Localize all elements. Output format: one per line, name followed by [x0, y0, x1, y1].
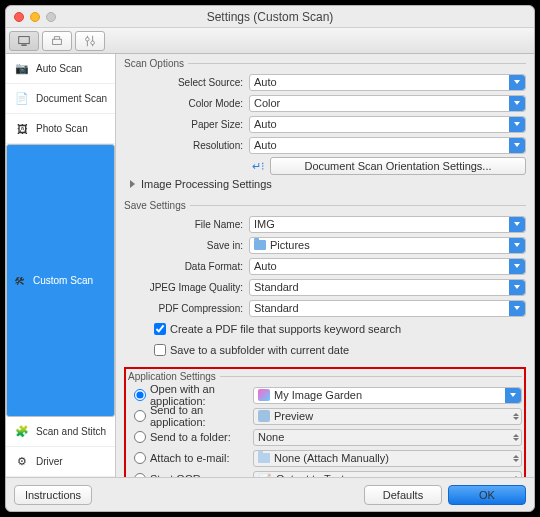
pdf-comp-value: Standard: [254, 302, 299, 314]
data-format-value: Auto: [254, 260, 277, 272]
application-settings-highlight: Application Settings Open with an applic…: [124, 367, 526, 477]
chevron-down-icon: [509, 75, 525, 90]
data-format-label: Data Format:: [124, 261, 249, 272]
chevron-down-icon: [509, 301, 525, 316]
paper-size-value: Auto: [254, 118, 277, 130]
sidebar-item-label: Custom Scan: [33, 275, 93, 286]
toolbar: [6, 28, 534, 54]
data-format-dropdown[interactable]: Auto: [249, 258, 526, 275]
sidebar-item-auto-scan[interactable]: 📷Auto Scan: [6, 54, 115, 84]
auto-scan-icon: 📷: [14, 63, 30, 75]
defaults-label: Defaults: [383, 489, 423, 501]
svg-rect-0: [19, 36, 30, 43]
defaults-button[interactable]: Defaults: [364, 485, 442, 505]
paper-size-label: Paper Size:: [124, 119, 249, 130]
chevron-down-icon: [509, 217, 525, 232]
ok-button[interactable]: OK: [448, 485, 526, 505]
tab-scan-from-computer[interactable]: [9, 31, 39, 51]
send-folder-label: Send to a folder:: [150, 431, 231, 443]
chevron-down-icon: [509, 117, 525, 132]
instructions-label: Instructions: [25, 489, 81, 501]
tab-general-settings[interactable]: [75, 31, 105, 51]
content-pane: Scan Options Select Source:Auto Color Mo…: [116, 54, 534, 477]
open-with-dropdown[interactable]: My Image Garden: [253, 387, 522, 404]
text-icon: 📝: [258, 473, 272, 478]
resolution-label: Resolution:: [124, 140, 249, 151]
sidebar-item-label: Document Scan: [36, 93, 107, 104]
send-app-radio[interactable]: [134, 410, 146, 422]
start-ocr-value: Output to Text: [276, 473, 344, 477]
disclosure-triangle-icon: [130, 180, 135, 188]
sidebar-item-document-scan[interactable]: 📄Document Scan: [6, 84, 115, 114]
send-folder-value: None: [258, 431, 284, 443]
open-with-radio[interactable]: [134, 389, 146, 401]
preview-icon: [258, 410, 270, 422]
svg-rect-1: [21, 44, 26, 45]
send-folder-dropdown: None: [253, 429, 522, 446]
pdf-comp-dropdown[interactable]: Standard: [249, 300, 526, 317]
sidebar-item-label: Scan and Stitch: [36, 426, 106, 437]
send-folder-radio[interactable]: [134, 431, 146, 443]
photo-scan-icon: 🖼: [14, 123, 30, 135]
attach-email-value: None (Attach Manually): [274, 452, 389, 464]
keyword-search-checkbox[interactable]: [154, 323, 166, 335]
send-app-value: Preview: [274, 410, 313, 422]
paper-size-dropdown[interactable]: Auto: [249, 116, 526, 133]
app-icon: [258, 389, 270, 401]
open-with-value: My Image Garden: [274, 389, 362, 401]
resolution-value: Auto: [254, 139, 277, 151]
save-in-value: Pictures: [270, 239, 310, 251]
attach-email-dropdown: None (Attach Manually): [253, 450, 522, 467]
image-processing-disclosure[interactable]: Image Processing Settings: [124, 178, 526, 190]
sidebar-item-custom-scan[interactable]: 🛠Custom Scan: [6, 144, 115, 417]
sidebar-item-label: Photo Scan: [36, 123, 88, 134]
chevron-down-icon: [509, 138, 525, 153]
jpeg-quality-dropdown[interactable]: Standard: [249, 279, 526, 296]
svg-point-5: [86, 37, 90, 41]
orientation-settings-button[interactable]: Document Scan Orientation Settings...: [270, 157, 526, 175]
reset-icon[interactable]: ↵⁝: [249, 157, 267, 175]
sidebar-item-label: Auto Scan: [36, 63, 82, 74]
color-mode-dropdown[interactable]: Color: [249, 95, 526, 112]
stepper-icon: [513, 476, 519, 478]
tab-scan-from-panel[interactable]: [42, 31, 72, 51]
folder-icon: [254, 240, 266, 250]
chevron-down-icon: [505, 388, 521, 403]
resolution-dropdown[interactable]: Auto: [249, 137, 526, 154]
driver-icon: ⚙: [14, 456, 30, 468]
subfolder-date-label: Save to a subfolder with current date: [170, 344, 349, 356]
jpeg-quality-label: JPEG Image Quality:: [124, 282, 249, 293]
sidebar-item-driver[interactable]: ⚙Driver: [6, 447, 115, 477]
scan-options-group: Scan Options Select Source:Auto Color Mo…: [124, 58, 526, 194]
start-ocr-dropdown: 📝Output to Text: [253, 471, 522, 478]
file-name-value: IMG: [254, 218, 275, 230]
select-source-label: Select Source:: [124, 77, 249, 88]
chevron-down-icon: [509, 259, 525, 274]
stepper-icon: [513, 413, 519, 420]
save-in-dropdown[interactable]: Pictures: [249, 237, 526, 254]
sidebar-item-scan-stitch[interactable]: 🧩Scan and Stitch: [6, 417, 115, 447]
select-source-dropdown[interactable]: Auto: [249, 74, 526, 91]
chevron-down-icon: [509, 96, 525, 111]
sidebar: 📷Auto Scan 📄Document Scan 🖼Photo Scan 🛠C…: [6, 54, 116, 477]
titlebar: Settings (Custom Scan): [6, 6, 534, 28]
settings-window: Settings (Custom Scan) 📷Auto Scan 📄Docum…: [5, 5, 535, 512]
attach-email-radio[interactable]: [134, 452, 146, 464]
sidebar-item-photo-scan[interactable]: 🖼Photo Scan: [6, 114, 115, 144]
subfolder-date-checkbox[interactable]: [154, 344, 166, 356]
keyword-search-label: Create a PDF file that supports keyword …: [170, 323, 401, 335]
attach-email-label: Attach to e-mail:: [150, 452, 229, 464]
window-title: Settings (Custom Scan): [6, 10, 534, 24]
color-mode-label: Color Mode:: [124, 98, 249, 109]
instructions-button[interactable]: Instructions: [14, 485, 92, 505]
svg-rect-2: [53, 39, 62, 44]
send-app-dropdown: Preview: [253, 408, 522, 425]
file-name-combo[interactable]: IMG: [249, 216, 526, 233]
application-settings-legend: Application Settings: [128, 371, 220, 382]
color-mode-value: Color: [254, 97, 280, 109]
application-settings-group: Application Settings Open with an applic…: [128, 371, 522, 477]
body: 📷Auto Scan 📄Document Scan 🖼Photo Scan 🛠C…: [6, 54, 534, 477]
chevron-down-icon: [509, 280, 525, 295]
custom-scan-icon: 🛠: [11, 275, 27, 287]
image-processing-label: Image Processing Settings: [141, 178, 272, 190]
